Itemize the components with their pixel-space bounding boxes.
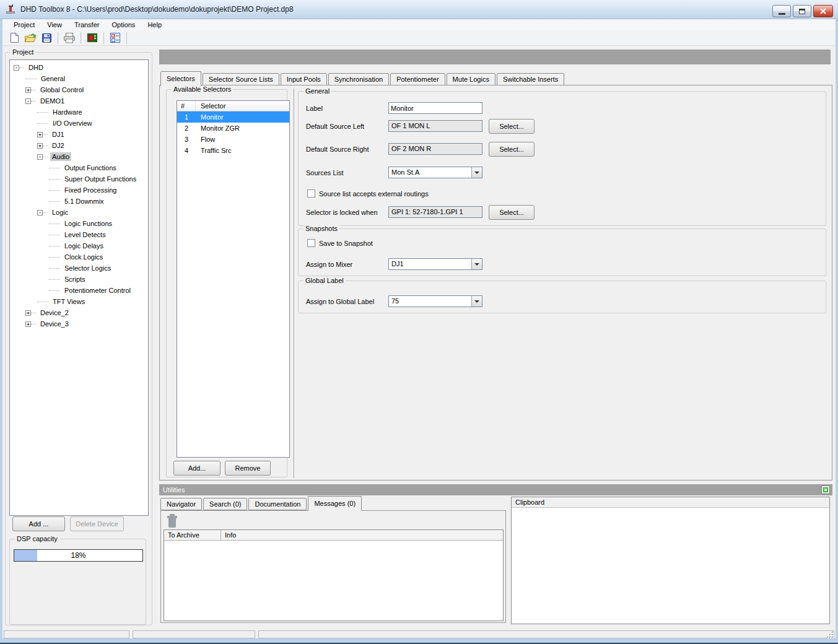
tree-item-output-functions[interactable]: Output Functions: [10, 162, 148, 173]
tab-input-pools[interactable]: Input Pools: [281, 73, 327, 85]
tab-selector-source-lists[interactable]: Selector Source Lists: [203, 73, 279, 85]
window-border: [0, 19, 2, 638]
collapse-icon[interactable]: -: [37, 210, 43, 215]
open-project-button[interactable]: [22, 31, 38, 45]
assign-to-mixer-combobox[interactable]: DJ1: [388, 258, 482, 270]
tree-item-global-control[interactable]: +Global Control: [10, 84, 148, 95]
tree-item-label: Potentiometer Control: [63, 286, 133, 295]
pane-splitter[interactable]: [294, 89, 295, 478]
project-options-button[interactable]: [107, 31, 123, 45]
tree-item-5-1-downmix[interactable]: 5.1 Downmix: [10, 196, 148, 207]
assign-to-global-label-combobox[interactable]: 75: [388, 295, 482, 307]
collapse-icon[interactable]: -: [37, 154, 43, 160]
tree-item-logic[interactable]: -Logic: [10, 207, 148, 218]
tree-item-hardware[interactable]: Hardware: [10, 107, 148, 118]
info-column-header[interactable]: Info: [221, 530, 503, 540]
external-routings-checkbox[interactable]: [307, 189, 315, 198]
tree-item-dj2[interactable]: +DJ2: [10, 140, 148, 151]
default-source-right-field: OF 2 MON R: [388, 143, 482, 155]
tab-selectors[interactable]: Selectors: [160, 71, 201, 86]
status-panel: [133, 630, 255, 638]
expand-icon[interactable]: +: [25, 87, 31, 93]
tree-connector: [49, 235, 60, 235]
tab-potentiometer[interactable]: Potentiometer: [390, 73, 445, 85]
transfer-button[interactable]: [84, 31, 100, 45]
tree-item-potentiometer-control[interactable]: Potentiometer Control: [10, 285, 148, 296]
menu-item-project[interactable]: Project: [7, 19, 41, 30]
tab-mute-logics[interactable]: Mute Logics: [447, 73, 495, 85]
dropdown-arrow-icon[interactable]: [471, 167, 482, 178]
tree-item-level-detects[interactable]: Level Detects: [10, 229, 148, 240]
tree-item-selector-logics[interactable]: Selector Logics: [10, 263, 148, 274]
menu-item-transfer[interactable]: Transfer: [68, 19, 106, 30]
to-archive-column-header[interactable]: To Archive: [164, 530, 221, 540]
tree-item-label: I/O Overview: [51, 119, 94, 128]
menu-item-options[interactable]: Options: [105, 19, 141, 30]
selector-row-monitor[interactable]: 1Monitor: [177, 111, 289, 123]
tab-switchable-inserts[interactable]: Switchable Inserts: [497, 73, 564, 85]
sources-list-combobox[interactable]: Mon St.A: [388, 167, 482, 178]
tree-item-logic-functions[interactable]: Logic Functions: [10, 218, 148, 229]
tree-connector: [19, 67, 24, 68]
tree-item-device-2[interactable]: +Device_2: [10, 307, 148, 318]
utilities-tab-search-0[interactable]: Search (0): [203, 498, 247, 510]
selector-row-monitor-zgr[interactable]: 2Monitor ZGR: [177, 123, 289, 134]
minimize-button[interactable]: [772, 5, 791, 17]
default-source-left-select-button[interactable]: Select...: [489, 119, 535, 134]
archive-trash-icon[interactable]: [165, 513, 180, 530]
tree-item-general[interactable]: General: [10, 73, 148, 84]
new-file-button[interactable]: [6, 31, 22, 45]
tree-item-tft-views[interactable]: TFT Views: [10, 296, 148, 307]
selector-add-button[interactable]: Add...: [173, 461, 220, 476]
dropdown-arrow-icon[interactable]: [471, 296, 482, 307]
tree-item-i-o-overview[interactable]: I/O Overview: [10, 118, 148, 129]
menu-item-help[interactable]: Help: [141, 19, 168, 30]
dropdown-arrow-icon[interactable]: [471, 259, 482, 269]
messages-table[interactable]: To Archive Info: [164, 529, 504, 621]
toolbar-separator: [126, 32, 127, 44]
collapse-icon[interactable]: -: [25, 98, 31, 104]
tree-item-fixed-processing[interactable]: Fixed Processing: [10, 185, 148, 196]
tree-item-device-3[interactable]: +Device_3: [10, 318, 148, 329]
label-input[interactable]: [388, 102, 482, 114]
expand-icon[interactable]: +: [37, 143, 43, 149]
expand-icon[interactable]: +: [37, 132, 43, 137]
tree-item-logic-delays[interactable]: Logic Delays: [10, 240, 148, 251]
selector-row-num: 4: [177, 145, 196, 156]
utilities-tab-messages-0[interactable]: Messages (0): [308, 496, 362, 511]
tree-item-dhd[interactable]: -DHD: [10, 62, 148, 73]
tree-item-super-output-functions[interactable]: Super Output Functions: [10, 173, 148, 185]
tree-item-clock-logics[interactable]: Clock Logics: [10, 251, 148, 263]
tree-item-scripts[interactable]: Scripts: [10, 274, 148, 285]
close-button[interactable]: [813, 5, 833, 17]
tree-item-dj1[interactable]: +DJ1: [10, 129, 148, 140]
save-button[interactable]: [38, 31, 55, 45]
tree-connector: [31, 90, 36, 90]
add-device-button[interactable]: Add ...: [12, 516, 65, 531]
default-source-right-select-button[interactable]: Select...: [489, 142, 535, 157]
collapse-icon[interactable]: -: [14, 65, 19, 71]
selector-row-traffic-src[interactable]: 4Traffic Src: [177, 145, 289, 156]
dock-button[interactable]: [821, 485, 830, 494]
selector-row-flow[interactable]: 3Flow: [177, 134, 289, 145]
clipboard-title: Clipboard: [512, 497, 829, 508]
expand-icon[interactable]: +: [25, 310, 31, 316]
tree-item-audio[interactable]: -Audio: [10, 151, 148, 162]
print-icon: [63, 32, 76, 44]
utilities-tab-documentation[interactable]: Documentation: [248, 498, 307, 510]
selector-list[interactable]: #Selector1Monitor2Monitor ZGR3Flow4Traff…: [177, 100, 290, 458]
print-button[interactable]: [61, 31, 77, 45]
project-tree[interactable]: -DHDGeneral+Global Control-DEMO1Hardware…: [9, 59, 149, 516]
tab-synchronisation[interactable]: Synchronisation: [328, 73, 389, 85]
menu-item-view[interactable]: View: [41, 19, 68, 30]
tree-connector: [37, 123, 48, 124]
tree-item-label: Global Control: [38, 85, 85, 94]
tree-connector: [49, 179, 60, 180]
save-to-snapshot-checkbox[interactable]: [307, 239, 315, 247]
utilities-tab-navigator[interactable]: Navigator: [160, 498, 202, 510]
expand-icon[interactable]: +: [25, 321, 31, 327]
locked-when-select-button[interactable]: Select...: [489, 205, 535, 220]
tree-item-demo1[interactable]: -DEMO1: [10, 95, 148, 107]
selector-remove-button[interactable]: Remove: [225, 461, 271, 476]
restore-button[interactable]: [793, 5, 811, 17]
